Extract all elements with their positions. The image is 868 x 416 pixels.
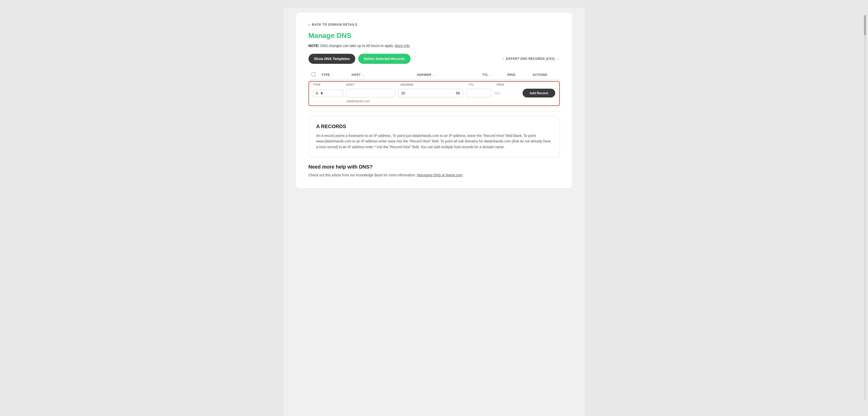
th-checkbox [309, 70, 318, 80]
answer-suffix: 56 [456, 91, 460, 95]
prio-placeholder: N/A [494, 91, 520, 95]
actions-bar: Show DNS Templates Delete Selected Recor… [309, 54, 560, 64]
host-input[interactable] [346, 89, 395, 97]
page-title: Manage DNS [309, 32, 560, 40]
note-prefix: NOTE: [309, 44, 319, 48]
add-record-button[interactable]: Add Record [523, 89, 555, 97]
help-knowledge-base-link[interactable]: Managing DNS at Name.com [417, 173, 463, 177]
label-answer: ANSWER [400, 83, 466, 86]
table-header: TYPE ↕ HOST ↕ ANSWER ↕ TTL ↕ [309, 70, 560, 80]
type-select[interactable]: A ▼ [313, 89, 343, 97]
export-link[interactable]: ↑ EXPORT DNS RECORDS (CSV) → [503, 57, 559, 61]
note-body: DNS changes can take up to 48 hours to a… [320, 44, 394, 48]
more-info-link[interactable]: More Info [395, 44, 409, 48]
sort-icon-answer: ↕ [433, 74, 435, 76]
scroll-thumb[interactable] [864, 15, 866, 35]
actions-left: Show DNS Templates Delete Selected Recor… [309, 54, 410, 64]
th-ttl[interactable]: TTL ↕ [479, 70, 504, 80]
type-select-value: A [316, 91, 318, 95]
ttl-input[interactable]: 3600 [466, 89, 491, 97]
export-link-label: EXPORT DNS RECORDS (CSV) [506, 57, 555, 61]
sort-icon-type: ↕ [332, 74, 334, 76]
answer-input-wrapper: 15 56 [398, 89, 463, 97]
th-prio-label: PRIO [507, 73, 516, 76]
help-text: Check out this article from our Knowledg… [309, 172, 560, 178]
label-prio: PRIO [497, 83, 522, 86]
label-actions-empty [525, 83, 555, 86]
label-ttl: TTL [469, 83, 494, 86]
label-host: HOST [346, 83, 398, 86]
th-host-label: HOST [352, 73, 361, 76]
a-records-title: A RECORDS [316, 124, 552, 129]
th-host[interactable]: HOST ↕ [349, 70, 414, 80]
arrow-right-icon: → [556, 57, 560, 61]
label-type: TYPE [313, 83, 343, 86]
scroll-track [864, 15, 866, 401]
back-link[interactable]: ‹ BACK TO DOMAIN DETAILS [309, 23, 560, 27]
help-section: Need more help with DNS? Check out this … [309, 164, 560, 178]
sort-icon-ttl: ↕ [490, 74, 492, 76]
chevron-left-icon: ‹ [309, 23, 310, 27]
page-container: ‹ BACK TO DOMAIN DETAILS Manage DNS NOTE… [283, 7, 585, 416]
add-record-section: TYPE HOST ANSWER TTL PRIO A ▼ 15 [309, 81, 560, 106]
show-templates-button[interactable]: Show DNS Templates [309, 54, 355, 64]
help-title: Need more help with DNS? [309, 164, 560, 170]
th-type[interactable]: TYPE ↕ [318, 70, 349, 80]
th-actions: ACTIONS [530, 70, 560, 80]
back-link-label: BACK TO DOMAIN DETAILS [312, 23, 357, 26]
th-prio: PRIO [504, 70, 530, 80]
th-type-label: TYPE [321, 73, 330, 76]
dns-table: TYPE ↕ HOST ↕ ANSWER ↕ TTL ↕ [309, 70, 560, 80]
help-text-body: Check out this article from our Knowledg… [309, 173, 416, 177]
answer-prefix: 15 [401, 91, 405, 95]
a-records-card: A RECORDS An A record points a hostname … [309, 116, 560, 157]
th-answer-label: ANSWER [417, 73, 432, 76]
delete-selected-button[interactable]: Delete Selected Records [358, 54, 410, 64]
th-ttl-label: TTL [483, 73, 488, 76]
upload-icon: ↑ [503, 57, 504, 61]
select-all-checkbox[interactable] [312, 72, 315, 76]
main-card: ‹ BACK TO DOMAIN DETAILS Manage DNS NOTE… [296, 12, 572, 188]
answer-input[interactable] [406, 91, 455, 95]
chevron-down-icon: ▼ [320, 91, 323, 95]
add-record-labels: TYPE HOST ANSWER TTL PRIO [309, 82, 559, 87]
th-answer[interactable]: ANSWER ↕ [414, 70, 479, 80]
add-record-inputs: A ▼ 15 56 3600 N/A Add Record [309, 87, 559, 99]
a-records-description: An A record points a hostname to an IP a… [316, 133, 552, 150]
th-actions-label: ACTIONS [533, 73, 548, 76]
note-text: NOTE: DNS changes can take up to 48 hour… [309, 44, 560, 48]
sort-icon-host: ↕ [363, 74, 364, 76]
subdomain-hint: .datainhands.com [309, 99, 559, 105]
